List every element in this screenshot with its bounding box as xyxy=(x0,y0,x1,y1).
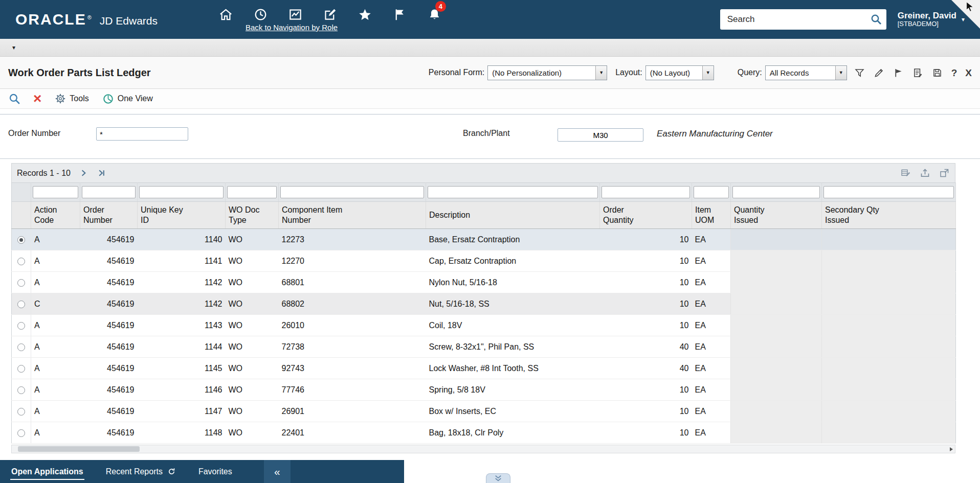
notification-badge[interactable]: 4 xyxy=(435,1,446,12)
cell-item[interactable]: 12273 xyxy=(279,229,426,250)
cell-action[interactable]: A xyxy=(31,250,80,272)
search-input[interactable] xyxy=(726,14,870,25)
cell-qty_issued[interactable] xyxy=(731,336,822,358)
cell-qty_issued[interactable] xyxy=(731,379,822,401)
tab-recent-reports[interactable]: Recent Reports xyxy=(95,460,187,483)
cell-sec_qty[interactable] xyxy=(822,315,956,336)
recent-activity-icon[interactable] xyxy=(254,7,268,21)
expand-panel-button[interactable] xyxy=(486,473,510,483)
qbe-filter-uom[interactable] xyxy=(694,186,729,198)
cell-qty[interactable]: 10 xyxy=(600,272,692,293)
cell-item[interactable]: 68802 xyxy=(279,293,426,315)
cell-uom[interactable]: EA xyxy=(692,250,731,272)
cell-order[interactable]: 454619 xyxy=(80,358,138,379)
close-button[interactable]: X xyxy=(965,68,972,78)
column-header-action[interactable]: Action Code xyxy=(31,202,80,229)
tab-open-applications[interactable]: Open Applications xyxy=(0,460,95,483)
query-dropdown[interactable]: All Records ▼ xyxy=(765,65,847,80)
save-icon[interactable] xyxy=(932,67,943,78)
cell-item[interactable]: 26010 xyxy=(279,315,426,336)
cell-qty[interactable]: 10 xyxy=(600,422,692,444)
one-view-menu[interactable]: One View xyxy=(102,93,153,105)
cell-doc_type[interactable]: WO xyxy=(226,358,279,379)
edit-query-icon[interactable] xyxy=(874,67,885,78)
cell-uom[interactable]: EA xyxy=(692,315,731,336)
column-header-uom[interactable]: Item UOM xyxy=(692,202,731,229)
cell-key_id[interactable]: 1142 xyxy=(138,272,226,293)
cell-uom[interactable]: EA xyxy=(692,358,731,379)
grid-row[interactable]: A4546191140WO12273Base, Ersatz Contrapti… xyxy=(12,229,956,250)
cell-key_id[interactable]: 1140 xyxy=(138,229,226,250)
cell-qty_issued[interactable] xyxy=(731,358,822,379)
watchlist-chart-icon[interactable] xyxy=(288,7,303,21)
cell-item[interactable]: 77746 xyxy=(279,379,426,401)
column-header-desc[interactable]: Description xyxy=(426,202,600,229)
cell-qty[interactable]: 10 xyxy=(600,379,692,401)
find-icon[interactable] xyxy=(8,93,21,105)
row-select-cell[interactable] xyxy=(12,315,31,336)
cell-item[interactable]: 12270 xyxy=(279,250,426,272)
cell-qty_issued[interactable] xyxy=(731,250,822,272)
row-select-radio[interactable] xyxy=(17,408,25,416)
cell-key_id[interactable]: 1145 xyxy=(138,358,226,379)
back-to-navigation-link[interactable]: Back to Navigation by Role xyxy=(219,23,442,32)
expand-grid-icon[interactable] xyxy=(939,168,950,178)
compose-icon[interactable] xyxy=(323,7,338,21)
cell-sec_qty[interactable] xyxy=(822,336,956,358)
personal-form-dropdown[interactable]: (No Personalization) ▼ xyxy=(487,65,607,80)
cell-key_id[interactable]: 1144 xyxy=(138,336,226,358)
scrollbar-right-arrow-icon[interactable] xyxy=(950,447,953,451)
row-select-radio[interactable] xyxy=(17,279,25,287)
cell-sec_qty[interactable] xyxy=(822,293,956,315)
refresh-icon[interactable] xyxy=(167,467,176,476)
cell-qty_issued[interactable] xyxy=(731,293,822,315)
customize-grid-icon[interactable] xyxy=(900,168,911,178)
cell-order[interactable]: 454619 xyxy=(80,315,138,336)
user-menu[interactable]: Greiner, David [STBADEMO] xyxy=(898,11,956,28)
column-header-order[interactable]: Order Number xyxy=(80,202,138,229)
cell-sec_qty[interactable] xyxy=(822,422,956,444)
cell-action[interactable]: C xyxy=(31,293,80,315)
cell-uom[interactable]: EA xyxy=(692,401,731,422)
grid-row[interactable]: C4546191142WO68802Nut, 5/16-18, SS10EA xyxy=(12,293,956,315)
row-select-cell[interactable] xyxy=(12,229,31,250)
cell-order[interactable]: 454619 xyxy=(80,336,138,358)
cell-qty[interactable]: 10 xyxy=(600,250,692,272)
cell-order[interactable]: 454619 xyxy=(80,379,138,401)
row-select-radio[interactable] xyxy=(17,429,25,437)
favorites-star-icon[interactable] xyxy=(358,7,372,21)
cell-doc_type[interactable]: WO xyxy=(226,272,279,293)
cell-item[interactable]: 22401 xyxy=(279,422,426,444)
grid-row[interactable]: A4546191144WO72738Screw, 8-32x1", Phil P… xyxy=(12,336,956,358)
cell-order[interactable]: 454619 xyxy=(80,229,138,250)
layout-dropdown[interactable]: (No Layout) ▼ xyxy=(645,65,714,80)
cell-action[interactable]: A xyxy=(31,379,80,401)
cell-order[interactable]: 454619 xyxy=(80,250,138,272)
cell-action[interactable]: A xyxy=(31,315,80,336)
cell-key_id[interactable]: 1147 xyxy=(138,401,226,422)
cell-item[interactable]: 26901 xyxy=(279,401,426,422)
cell-desc[interactable]: Bag, 18x18, Clr Poly xyxy=(426,422,600,444)
cell-key_id[interactable]: 1141 xyxy=(138,250,226,272)
row-select-radio[interactable] xyxy=(17,386,25,394)
grid-row[interactable]: A4546191145WO92743Lock Washer, #8 Int To… xyxy=(12,358,956,379)
branch-plant-input[interactable] xyxy=(558,128,643,142)
cell-desc[interactable]: Nylon Nut, 5/16-18 xyxy=(426,272,600,293)
cell-qty[interactable]: 10 xyxy=(600,293,692,315)
row-select-radio[interactable] xyxy=(17,236,25,244)
cell-qty[interactable]: 10 xyxy=(600,401,692,422)
cell-sec_qty[interactable] xyxy=(822,272,956,293)
qbe-filter-order[interactable] xyxy=(82,186,136,198)
column-header-key_id[interactable]: Unique Key ID xyxy=(138,202,226,229)
cell-order[interactable]: 454619 xyxy=(80,401,138,422)
cell-doc_type[interactable]: WO xyxy=(226,422,279,444)
cell-desc[interactable]: Spring, 5/8 18V xyxy=(426,379,600,401)
cell-qty_issued[interactable] xyxy=(731,229,822,250)
cell-desc[interactable]: Box w/ Inserts, EC xyxy=(426,401,600,422)
cell-item[interactable]: 72738 xyxy=(279,336,426,358)
grid-row[interactable]: A4546191142WO68801Nylon Nut, 5/16-1810EA xyxy=(12,272,956,293)
row-select-radio[interactable] xyxy=(17,301,25,308)
column-header-item[interactable]: Component Item Number xyxy=(279,202,426,229)
notifications-bell-icon[interactable]: 4 xyxy=(428,7,442,21)
run-query-icon[interactable] xyxy=(893,67,904,78)
